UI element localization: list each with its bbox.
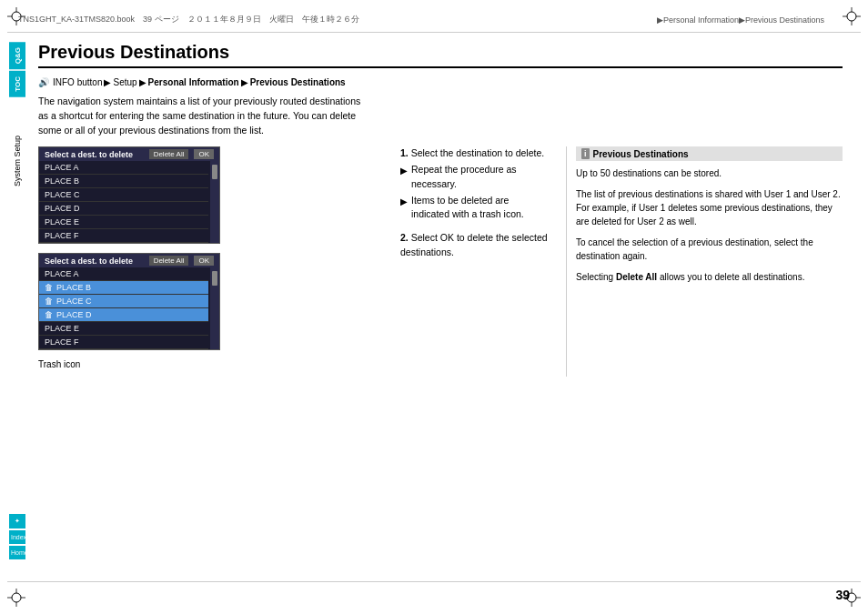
info-para-4: Selecting Delete All allows you to delet… <box>576 270 843 284</box>
breadcrumb-setup: Setup <box>113 77 136 87</box>
ui-screenshot-1: Select a dest. to delete Delete All OK P… <box>38 146 220 244</box>
column-divider <box>566 146 567 377</box>
sidebar-bottom: ✦ Index Home <box>7 514 27 559</box>
left-column: Select a dest. to delete Delete All OK P… <box>38 146 393 377</box>
step-1-bullet-2-text: Items to be deleted are indicated with a… <box>411 194 550 223</box>
breadcrumb-path: 🔊 INFO button ▶ Setup ▶ Personal Informa… <box>38 77 843 87</box>
sidebar-tab-index[interactable]: Index <box>9 530 25 544</box>
breadcrumb-personal-info: Personal Information <box>148 77 239 87</box>
list-item-2f[interactable]: PLACE F <box>39 336 208 349</box>
screenshot-1: Select a dest. to delete Delete All OK P… <box>38 146 229 244</box>
list-item-2c[interactable]: 🗑PLACE C <box>39 295 208 308</box>
screenshot-1-header: Select a dest. to delete Delete All OK <box>39 147 219 161</box>
sidebar-tab-home[interactable]: Home <box>9 546 25 559</box>
breadcrumb-arrow-2: ▶ <box>139 77 146 87</box>
right-column: i Previous Destinations Up to 50 destina… <box>576 146 843 377</box>
step-1-bullet-2: ▶ Items to be deleted are indicated with… <box>400 194 550 223</box>
list-item-1c[interactable]: PLACE C <box>39 188 208 202</box>
screenshot-1-buttons: Delete All OK <box>146 149 214 159</box>
screenshot-1-body: PLACE A PLACE B PLACE C PLACE D PLACE E … <box>39 161 219 243</box>
step-1: 1. Select the destination to delete. ▶ R… <box>400 146 550 222</box>
info-para-1: Up to 50 destinations can be stored. <box>576 166 843 180</box>
scroll-bar-1[interactable] <box>210 161 219 243</box>
sidebar-system-setup-label: System Setup <box>13 136 22 186</box>
step-2-text: Select OK to delete the selected destina… <box>400 232 548 257</box>
bottom-bar: 39 <box>7 581 861 607</box>
ok-btn-2[interactable]: OK <box>194 256 214 266</box>
screenshot-2-title: Select a dest. to delete <box>45 257 133 266</box>
step-1-bullet-1-text: Repeat the procedure as necessary. <box>411 163 550 192</box>
list-item-1a[interactable]: PLACE A <box>39 161 208 175</box>
sidebar-tab-star[interactable]: ✦ <box>9 514 25 528</box>
breadcrumb-prev-dest: Previous Destinations <box>250 77 346 87</box>
step-1-bullet-1: ▶ Repeat the procedure as necessary. <box>400 163 550 192</box>
screenshot-2: Select a dest. to delete Delete All OK P… <box>38 253 229 369</box>
list-item-2a[interactable]: PLACE A <box>39 267 208 281</box>
info-box-title: i Previous Destinations <box>576 146 843 161</box>
bullet-arrow-1: ▶ <box>400 164 408 177</box>
list-item-2d[interactable]: 🗑PLACE D <box>39 308 208 322</box>
scroll-thumb-2 <box>212 271 217 286</box>
delete-all-btn-1[interactable]: Delete All <box>149 149 189 159</box>
screenshot-2-buttons: Delete All OK <box>146 256 214 266</box>
screenshot-2-header: Select a dest. to delete Delete All OK <box>39 254 219 267</box>
scroll-bar-2[interactable] <box>210 267 219 349</box>
bullet-arrow-2: ▶ <box>400 195 408 208</box>
info-icon: 🔊 <box>38 77 49 87</box>
trash-label: Trash icon <box>38 359 229 369</box>
info-box-title-text: Previous Destinations <box>593 149 689 159</box>
content-wrapper: Select a dest. to delete Delete All OK P… <box>38 146 843 377</box>
ui-screenshot-2: Select a dest. to delete Delete All OK P… <box>38 253 220 350</box>
delete-all-btn-2[interactable]: Delete All <box>149 256 189 266</box>
header-filepath: TNS1GHT_KA-31TMS820.book 39 ページ ２０１１年８月９… <box>18 14 359 25</box>
list-item-2e[interactable]: PLACE E <box>39 322 208 336</box>
sidebar-tab-toc[interactable]: TOC <box>9 71 25 97</box>
sidebar: Q&G TOC System Setup <box>7 33 27 581</box>
breadcrumb-arrow-3: ▶ <box>241 77 248 87</box>
breadcrumb-info-button: INFO button <box>53 77 102 87</box>
body-text: The navigation system maintains a list o… <box>38 95 366 137</box>
list-item-1d[interactable]: PLACE D <box>39 202 208 216</box>
info-box-icon: i <box>581 148 590 159</box>
step-2: 2. Select OK to delete the selected dest… <box>400 231 550 260</box>
screenshot-2-body: PLACE A 🗑PLACE B 🗑PLACE C 🗑PLACE D PLACE… <box>39 267 219 349</box>
list-item-1f[interactable]: PLACE F <box>39 229 208 243</box>
sidebar-tab-qag[interactable]: Q&G <box>9 42 25 69</box>
list-item-1e[interactable]: PLACE E <box>39 216 208 229</box>
breadcrumb-arrow-1: ▶ <box>104 77 111 87</box>
page-title: Previous Destinations <box>38 42 843 68</box>
info-para-3: To cancel the selection of a previous de… <box>576 236 843 263</box>
list-item-2b[interactable]: 🗑PLACE B <box>39 281 208 295</box>
step-2-number: 2. <box>400 232 411 243</box>
main-content: Previous Destinations 🔊 INFO button ▶ Se… <box>27 33 853 581</box>
info-para-2: The list of previous destinations is sha… <box>576 187 843 228</box>
header-breadcrumb: ▶Personal Information▶Previous Destinati… <box>657 15 824 25</box>
steps-column: 1. Select the destination to delete. ▶ R… <box>393 146 557 377</box>
step-1-text: Select the destination to delete. <box>411 147 545 158</box>
ok-btn-1[interactable]: OK <box>194 149 214 159</box>
page-number: 39 <box>835 588 850 602</box>
step-1-number: 1. <box>400 147 411 158</box>
delete-all-bold: Delete All <box>616 272 657 282</box>
screenshot-1-title: Select a dest. to delete <box>45 150 133 159</box>
header-bar: TNS1GHT_KA-31TMS820.book 39 ページ ２０１１年８月９… <box>7 7 861 33</box>
list-item-1b[interactable]: PLACE B <box>39 175 208 188</box>
scroll-thumb-1 <box>212 165 217 179</box>
